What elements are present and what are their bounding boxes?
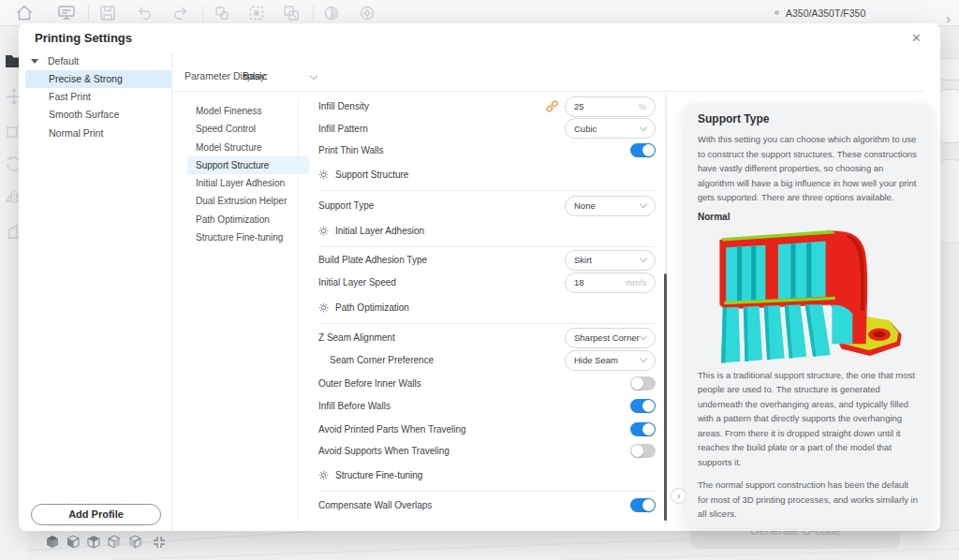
redo-icon[interactable] [170,3,191,23]
seam-corner-preference-select[interactable]: Hide Seam [565,350,656,371]
unit-label: mm/s [626,278,646,287]
caret-down-icon [31,59,38,64]
top-view-icon[interactable] [86,535,101,550]
setting-label: Avoid Printed Parts When Traveling [318,424,466,435]
select-region-icon[interactable] [246,3,267,23]
add-profile-button[interactable]: Add Profile [31,504,161,525]
right-panel-fragment [938,58,959,81]
setting-row: Avoid Supports When Traveling [318,441,656,462]
profile-group-default[interactable]: Default [31,52,79,69]
profile-group-label: Default [48,55,79,66]
section-header[interactable]: Path Optimization [318,297,656,317]
settings-pane: Infill Density 25 % Infill Pattern Cubic [318,23,656,531]
section-label: Support Structure [335,169,408,180]
outer-before-inner-walls-toggle[interactable] [630,376,656,391]
nav-item-speed-control[interactable]: Speed Control [187,120,309,138]
nav-item-model-fineness[interactable]: Model Fineness [187,102,309,120]
unlink-modified-icon[interactable] [545,99,559,113]
infill-density-input[interactable]: 25 % [565,96,656,117]
section-divider [318,246,656,247]
chevron-down-icon [310,72,317,80]
top-toolbar: A350/A350T/F350 › [0,0,959,26]
build-plate-adhesion-type-select[interactable]: Skirt [565,250,656,271]
setting-row: Initial Layer Speed 18 mm/s [318,273,656,293]
nav-item-model-structure[interactable]: Model Structure [187,139,309,156]
chevron-down-icon [640,123,647,130]
compensate-wall-overlaps-toggle[interactable] [630,498,656,512]
undo-icon[interactable] [134,3,155,23]
nav-item-path-optimization[interactable]: Path Optimization [187,211,309,228]
machine-name[interactable]: A350/A350T/F350 [786,7,865,19]
section-divider [318,323,656,324]
machine-status-dot [775,10,779,15]
section-header[interactable]: Structure Fine-tuning [318,464,656,485]
preferences-gear-icon[interactable] [357,3,377,23]
z-seam-alignment-select[interactable]: Sharpest Corner [565,328,656,348]
nav-item-dual-extrusion-helper[interactable]: Dual Extrusion Helper [187,192,309,210]
profile-item-normal-print[interactable]: Normal Print [25,125,171,142]
tooltip-collapse-chevron[interactable]: › [671,488,686,504]
profile-item-smooth-surface[interactable]: Smooth Surface [25,106,171,124]
unit-label: % [639,102,646,111]
setting-row: Support Type None [318,196,656,216]
setting-row: Outer Before Inner Walls [318,373,656,393]
setting-label: Support Type [318,200,374,211]
print-thin-walls-toggle[interactable] [630,143,656,157]
duplicate-icon[interactable] [281,3,302,23]
chevron-down-icon [640,255,647,262]
setting-row: Avoid Printed Parts When Traveling [318,419,656,439]
infill-pattern-select[interactable]: Cubic [565,118,656,139]
settings-nav: Model Fineness Speed Control Model Struc… [187,102,309,246]
front-view-icon[interactable] [66,535,81,550]
nav-item-support-structure[interactable]: Support Structure [187,156,309,174]
right-view-icon[interactable] [127,535,142,550]
gear-icon [318,169,329,180]
avoid-printed-parts-toggle[interactable] [630,422,656,436]
tooltip-intro: With this setting you can choose which a… [698,132,919,205]
close-icon[interactable]: ✕ [911,31,922,45]
save-icon[interactable] [97,3,118,23]
iso-view-icon[interactable] [45,535,60,550]
setting-label: Infill Before Walls [318,401,391,411]
setting-label: Infill Pattern [318,124,368,134]
setting-row: Build Plate Adhesion Type Skirt [318,250,656,271]
toolbar-separator [202,6,203,20]
workspace-icon[interactable] [56,3,77,23]
setting-label: Compensate Wall Overlaps [318,500,432,510]
dialog-title: Printing Settings [35,31,132,45]
initial-layer-speed-input[interactable]: 18 mm/s [565,273,656,293]
section-label: Initial Layer Adhesion [335,226,424,236]
left-view-icon[interactable] [107,535,122,550]
section-header[interactable]: Support Structure [318,164,656,184]
setting-row: Print Thin Walls [318,140,656,161]
setting-row: Infill Pattern Cubic [318,118,656,139]
scrollbar-thumb[interactable] [664,273,667,521]
nav-item-structure-fine-tuning[interactable]: Structure Fine-tuning [187,228,309,246]
profile-item-precise-strong[interactable]: Precise & Strong [25,70,171,88]
toolbar-separator [88,6,89,20]
setting-label: Seam Corner Preference [318,355,434,365]
nav-item-initial-layer-adhesion[interactable]: Initial Layer Adhesion [187,174,309,192]
infill-before-walls-toggle[interactable] [630,399,656,413]
home-icon[interactable] [14,3,35,23]
printing-settings-dialog: Printing Settings ✕ Default Precise & St… [19,23,940,531]
group-icon[interactable] [212,3,232,23]
setting-row: Z Seam Alignment Sharpest Corner [318,328,656,348]
app-screen: A350/A350T/F350 › Home [0,0,959,560]
chevron-down-icon [640,200,647,208]
fit-view-icon[interactable] [152,535,167,550]
right-panel-fragment [938,159,959,243]
setting-label: Avoid Supports When Traveling [318,446,450,456]
parameter-display-select[interactable]: Basic [243,70,267,81]
material-sphere-icon[interactable] [321,3,342,23]
setting-label: Print Thin Walls [318,145,383,155]
setting-row: Infill Before Walls [318,396,656,417]
profile-item-fast-print[interactable]: Fast Print [25,88,171,106]
section-header[interactable]: Initial Layer Adhesion [318,220,656,241]
section-label: Structure Fine-tuning [335,470,422,480]
section-divider [318,190,656,191]
support-type-select[interactable]: None [565,196,656,216]
right-panel-fragment [938,89,959,143]
right-panel-chevron-icon[interactable]: › [946,12,951,25]
avoid-supports-toggle[interactable] [630,444,656,458]
